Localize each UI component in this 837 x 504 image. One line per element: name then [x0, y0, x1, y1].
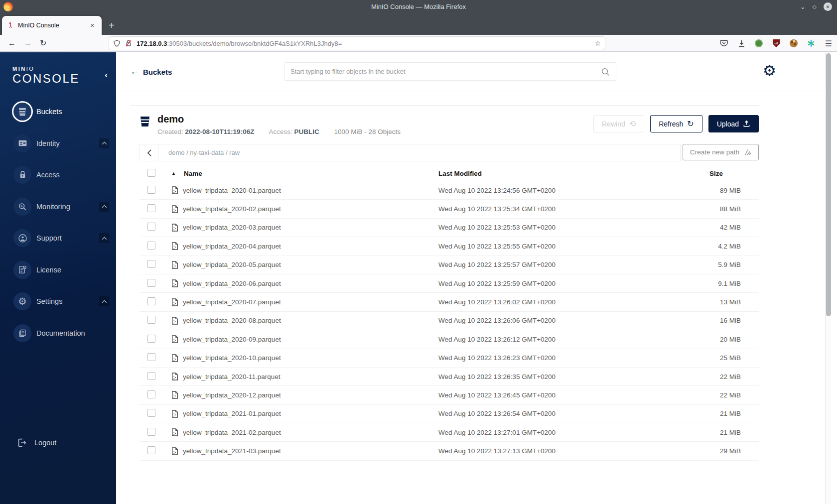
- bucket-details: Created: 2022-08-10T11:19:06Z Access: PU…: [157, 128, 401, 135]
- back-button[interactable]: ←: [8, 39, 16, 48]
- sidebar-item-identity[interactable]: Identity: [0, 132, 116, 154]
- table-row[interactable]: yellow_tripdata_2020-06.parquet Wed Aug …: [140, 274, 759, 293]
- sidebar-collapse-icon[interactable]: ‹: [105, 70, 108, 80]
- url-text[interactable]: 172.18.0.3:30503/buckets/demo/browse/bnk…: [137, 40, 594, 47]
- sidebar-nav: Buckets Identity Access Monitoring Suppo…: [0, 101, 116, 354]
- column-header-last-modified[interactable]: Last Modified: [438, 170, 709, 177]
- object-name[interactable]: yellow_tripdata_2021-03.parquet: [183, 447, 281, 455]
- sidebar-item-logout[interactable]: Logout: [16, 437, 56, 448]
- page-scrollbar[interactable]: [825, 52, 831, 504]
- window-close-button[interactable]: ✕: [824, 2, 832, 11]
- object-name[interactable]: yellow_tripdata_2020-08.parquet: [183, 317, 281, 324]
- row-checkbox[interactable]: [147, 335, 155, 343]
- upload-button[interactable]: Upload: [708, 115, 759, 132]
- sidebar-item-buckets[interactable]: Buckets: [0, 101, 116, 123]
- row-checkbox[interactable]: [147, 446, 155, 454]
- window-minimize-button[interactable]: ⌄: [800, 4, 806, 9]
- row-checkbox[interactable]: [147, 297, 155, 305]
- back-to-buckets-link[interactable]: ← Buckets: [131, 67, 172, 77]
- row-checkbox[interactable]: [147, 428, 155, 436]
- table-row[interactable]: yellow_tripdata_2020-07.parquet Wed Aug …: [140, 293, 759, 311]
- window-maximize-button[interactable]: ◇: [813, 3, 817, 10]
- row-checkbox[interactable]: [147, 223, 155, 231]
- refresh-button[interactable]: Refresh↻: [650, 115, 702, 132]
- table-row[interactable]: yellow_tripdata_2020-03.parquet Wed Aug …: [140, 219, 759, 237]
- row-checkbox[interactable]: [147, 204, 155, 212]
- object-name[interactable]: yellow_tripdata_2020-06.parquet: [183, 280, 281, 287]
- row-checkbox[interactable]: [147, 186, 155, 194]
- lock-insecure-icon[interactable]: [125, 39, 132, 47]
- row-checkbox[interactable]: [147, 279, 155, 287]
- table-row[interactable]: yellow_tripdata_2020-10.parquet Wed Aug …: [140, 349, 759, 368]
- object-name[interactable]: yellow_tripdata_2020-05.parquet: [183, 261, 281, 268]
- object-name[interactable]: yellow_tripdata_2020-12.parquet: [183, 391, 281, 399]
- forward-button[interactable]: →: [24, 39, 32, 48]
- object-name[interactable]: yellow_tripdata_2021-01.parquet: [183, 410, 281, 417]
- select-all-checkbox[interactable]: [147, 169, 155, 177]
- row-checkbox[interactable]: [147, 242, 155, 250]
- tab-minio-console[interactable]: MinIO Console ✕: [2, 16, 102, 35]
- row-checkbox[interactable]: [147, 260, 155, 268]
- sidebar-item-support[interactable]: Support: [0, 227, 116, 249]
- chevron-up-icon[interactable]: [99, 296, 109, 306]
- scrollbar-thumb[interactable]: [826, 53, 831, 316]
- object-size: 88 MiB: [709, 205, 759, 213]
- shield-icon[interactable]: [113, 39, 121, 47]
- tab-close-icon[interactable]: ✕: [88, 21, 97, 30]
- cookie-extension-icon[interactable]: [790, 39, 798, 47]
- object-name[interactable]: yellow_tripdata_2020-09.parquet: [183, 336, 281, 343]
- ublock-extension-icon[interactable]: u0: [773, 39, 780, 47]
- reload-button[interactable]: ↻: [40, 38, 46, 48]
- table-row[interactable]: yellow_tripdata_2020-05.parquet Wed Aug …: [140, 256, 759, 274]
- column-header-size[interactable]: Size: [709, 170, 759, 177]
- table-row[interactable]: yellow_tripdata_2021-01.parquet Wed Aug …: [140, 405, 759, 423]
- row-checkbox[interactable]: [147, 316, 155, 324]
- search-input[interactable]: [290, 68, 601, 75]
- downloads-icon[interactable]: [737, 39, 746, 48]
- extension-asterisk-icon[interactable]: [807, 39, 816, 48]
- url-bar[interactable]: 172.18.0.3:30503/buckets/demo/browse/bnk…: [109, 36, 605, 50]
- sidebar-item-access[interactable]: Access: [0, 164, 116, 186]
- extension-green-icon[interactable]: [755, 39, 763, 47]
- row-checkbox[interactable]: [147, 409, 155, 417]
- new-tab-button[interactable]: +: [109, 20, 115, 30]
- column-header-name[interactable]: ▲ Name: [161, 170, 438, 177]
- row-checkbox[interactable]: [147, 390, 155, 398]
- table-row[interactable]: yellow_tripdata_2021-03.parquet Wed Aug …: [140, 442, 759, 460]
- object-name[interactable]: yellow_tripdata_2020-01.parquet: [183, 187, 281, 194]
- pocket-icon[interactable]: [719, 39, 728, 48]
- sidebar-item-settings[interactable]: ⚙ Settings: [0, 290, 116, 312]
- sidebar-item-license[interactable]: License: [0, 259, 116, 281]
- object-name[interactable]: yellow_tripdata_2020-04.parquet: [183, 243, 281, 250]
- object-name[interactable]: yellow_tripdata_2021-02.parquet: [183, 429, 281, 436]
- object-name[interactable]: yellow_tripdata_2020-11.parquet: [183, 373, 280, 380]
- path-back-chevron[interactable]: [140, 144, 158, 161]
- object-size: 42 MiB: [709, 224, 759, 231]
- sidebar-item-monitoring[interactable]: Monitoring: [0, 196, 116, 218]
- breadcrumb[interactable]: demo / ny-taxi-data / raw: [168, 149, 240, 156]
- table-row[interactable]: yellow_tripdata_2020-01.parquet Wed Aug …: [140, 181, 759, 200]
- create-new-path-button[interactable]: Create new path: [683, 144, 759, 160]
- table-row[interactable]: yellow_tripdata_2020-02.parquet Wed Aug …: [140, 200, 759, 218]
- row-checkbox[interactable]: [147, 372, 155, 380]
- chevron-up-icon[interactable]: [99, 138, 109, 148]
- chevron-up-icon[interactable]: [99, 233, 109, 243]
- menu-icon[interactable]: ☰: [824, 39, 833, 48]
- chevron-up-icon[interactable]: [99, 202, 109, 212]
- sidebar-item-documentation[interactable]: Documentation: [0, 322, 116, 344]
- table-row[interactable]: yellow_tripdata_2020-08.parquet Wed Aug …: [140, 312, 759, 330]
- table-row[interactable]: yellow_tripdata_2021-02.parquet Wed Aug …: [140, 423, 759, 442]
- rewind-button[interactable]: Rewind⟲: [593, 115, 644, 132]
- table-row[interactable]: yellow_tripdata_2020-12.parquet Wed Aug …: [140, 386, 759, 404]
- table-row[interactable]: yellow_tripdata_2020-11.parquet Wed Aug …: [140, 368, 759, 386]
- settings-gear-icon[interactable]: ⚙: [763, 63, 776, 78]
- table-row[interactable]: yellow_tripdata_2020-09.parquet Wed Aug …: [140, 330, 759, 349]
- row-checkbox[interactable]: [147, 353, 155, 361]
- object-name[interactable]: yellow_tripdata_2020-10.parquet: [183, 354, 281, 362]
- object-name[interactable]: yellow_tripdata_2020-03.parquet: [183, 224, 281, 231]
- table-row[interactable]: yellow_tripdata_2020-04.parquet Wed Aug …: [140, 237, 759, 255]
- object-name[interactable]: yellow_tripdata_2020-07.parquet: [183, 298, 281, 306]
- object-name[interactable]: yellow_tripdata_2020-02.parquet: [183, 205, 281, 213]
- bookmark-star-icon[interactable]: ☆: [594, 39, 601, 47]
- bucket-name: demo: [157, 114, 401, 125]
